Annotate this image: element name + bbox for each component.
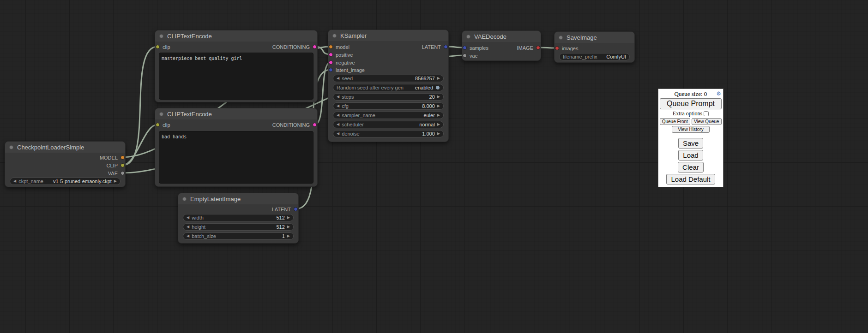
image-input-dot[interactable] [555,46,559,50]
save-button[interactable]: Save [678,138,703,149]
widget-label: width [192,215,274,220]
load-button[interactable]: Load [678,150,703,161]
decrement-arrow-icon[interactable]: ◀ [187,234,189,238]
decrement-arrow-icon[interactable]: ◀ [13,179,16,183]
latent-input-dot[interactable] [329,68,333,72]
conditioning-output-dot[interactable] [313,45,317,49]
batch-size-widget[interactable]: ◀ batch_size 1 ▶ [183,232,294,240]
node-title: CLIPTextEncode [167,33,212,40]
vae-input-dot[interactable] [463,54,467,58]
prompt-textarea[interactable]: masterpiece best quality girl [159,53,313,100]
wire-clip-to-negative-encode [123,125,157,165]
node-title-bar[interactable]: CLIPTextEncode [155,30,317,42]
conditioning-output-dot[interactable] [313,123,317,127]
widget-label: denoise [342,131,420,137]
clear-button[interactable]: Clear [678,162,704,172]
increment-arrow-icon[interactable]: ▶ [437,123,440,126]
decrement-arrow-icon[interactable]: ◀ [187,216,189,220]
latent-output-dot[interactable] [294,207,298,211]
slot-label: LATENT [272,207,291,212]
load-default-button[interactable]: Load Default [666,174,715,184]
decrement-arrow-icon[interactable]: ◀ [337,132,339,136]
node-vae-decode[interactable]: VAEDecode samples IMAGE vae [462,30,541,61]
node-title-bar[interactable]: KSampler [328,30,448,41]
increment-arrow-icon[interactable]: ▶ [287,225,290,229]
image-output-dot[interactable] [536,46,540,50]
node-clip-text-encode-positive[interactable]: CLIPTextEncode clip CONDITIONING masterp… [155,30,318,102]
widget-label: Random seed after every gen [337,85,413,90]
slot-label: positive [336,52,353,58]
ckpt-name-widget[interactable]: ◀ ckpt_name v1-5-pruned-emaonly.ckpt ▶ [10,178,121,185]
decrement-arrow-icon[interactable]: ◀ [337,95,339,99]
view-history-button[interactable]: View History [672,126,709,133]
graph-canvas[interactable]: CheckpointLoaderSimple MODEL CLIP VAE ◀ … [0,0,868,333]
node-collapse-dot[interactable] [559,36,563,40]
node-collapse-dot[interactable] [159,112,163,116]
decrement-arrow-icon[interactable]: ◀ [337,113,339,117]
conditioning-input-dot[interactable] [329,53,333,57]
filename-prefix-widget[interactable]: filename_prefix ComfyUI [559,53,630,60]
widget-value: v1-5-pruned-emaonly.ckpt [53,178,112,184]
height-widget[interactable]: ◀ height 512 ▶ [183,223,294,231]
node-clip-text-encode-negative[interactable]: CLIPTextEncode clip CONDITIONING bad han… [155,108,318,187]
node-title-bar[interactable]: VAEDecode [462,31,541,42]
increment-arrow-icon[interactable]: ▶ [437,77,440,80]
width-widget[interactable]: ◀ width 512 ▶ [183,214,294,221]
widget-label: seed [342,76,413,81]
increment-arrow-icon[interactable]: ▶ [287,216,290,220]
increment-arrow-icon[interactable]: ▶ [114,179,117,183]
node-empty-latent-image[interactable]: EmptyLatentImage LATENT ◀ width 512 ▶ ◀ … [178,193,299,244]
denoise-widget[interactable]: ◀ denoise 1.000 ▶ [333,130,444,137]
seed-widget[interactable]: ◀ seed 8566257 ▶ [333,75,444,82]
cfg-widget[interactable]: ◀ cfg 8.000 ▶ [333,102,444,110]
queue-prompt-button[interactable]: Queue Prompt [660,98,722,109]
scheduler-widget[interactable]: ◀ scheduler normal ▶ [333,121,444,128]
node-collapse-dot[interactable] [332,34,337,38]
decrement-arrow-icon[interactable]: ◀ [337,123,339,126]
queue-front-button[interactable]: Queue Front [660,118,690,125]
node-collapse-dot[interactable] [182,197,187,201]
increment-arrow-icon[interactable]: ▶ [437,132,440,136]
node-ksampler[interactable]: KSampler model LATENT positive negative … [328,30,449,142]
node-save-image[interactable]: SaveImage images filename_prefix ComfyUI [554,31,635,63]
menu-header: Queue size: 0 ⚙ [660,90,722,97]
conditioning-output-slot: CONDITIONING [155,43,317,51]
prompt-textarea[interactable]: bad hands [159,131,313,184]
node-title-bar[interactable]: CLIPTextEncode [155,108,317,119]
node-collapse-dot[interactable] [9,145,13,149]
view-queue-button[interactable]: View Queue [692,118,722,125]
increment-arrow-icon[interactable]: ▶ [437,104,440,108]
increment-arrow-icon[interactable]: ▶ [437,95,440,99]
slot-label: LATENT [422,44,441,50]
steps-widget[interactable]: ◀ steps 20 ▶ [333,93,444,101]
slot-label: CLIP [107,163,118,168]
clip-output-dot[interactable] [121,163,125,167]
vae-output-dot[interactable] [121,171,125,175]
conditioning-input-dot[interactable] [329,60,333,65]
sampler-name-widget[interactable]: ◀ sampler_name euler ▶ [333,112,444,119]
node-title-bar[interactable]: SaveImage [555,32,634,43]
widget-value: 1 [282,233,285,239]
widget-label: cfg [342,103,420,109]
widget-value: 1.000 [422,131,435,137]
node-collapse-dot[interactable] [159,34,163,38]
extra-options-checkbox[interactable] [704,111,709,116]
model-output-dot[interactable] [121,155,125,160]
node-title-bar[interactable]: CheckpointLoaderSimple [5,142,125,153]
decrement-arrow-icon[interactable]: ◀ [337,77,339,80]
widget-label: filename_prefix [563,54,604,59]
random-seed-toggle-widget[interactable]: Random seed after every gen enabled [333,84,444,91]
latent-output-dot[interactable] [444,45,448,49]
widget-value: 20 [429,94,435,100]
toggle-indicator-icon[interactable] [435,85,440,90]
settings-gear-icon[interactable]: ⚙ [716,90,721,97]
decrement-arrow-icon[interactable]: ◀ [187,225,189,229]
increment-arrow-icon[interactable]: ▶ [437,113,440,117]
node-collapse-dot[interactable] [466,35,470,39]
slot-label: CONDITIONING [272,44,310,50]
node-title-bar[interactable]: EmptyLatentImage [178,193,298,204]
node-checkpoint-loader-simple[interactable]: CheckpointLoaderSimple MODEL CLIP VAE ◀ … [5,141,126,187]
decrement-arrow-icon[interactable]: ◀ [337,104,339,108]
increment-arrow-icon[interactable]: ▶ [287,234,290,238]
comfy-menu-panel[interactable]: Queue size: 0 ⚙ Queue Prompt Extra optio… [658,89,723,187]
